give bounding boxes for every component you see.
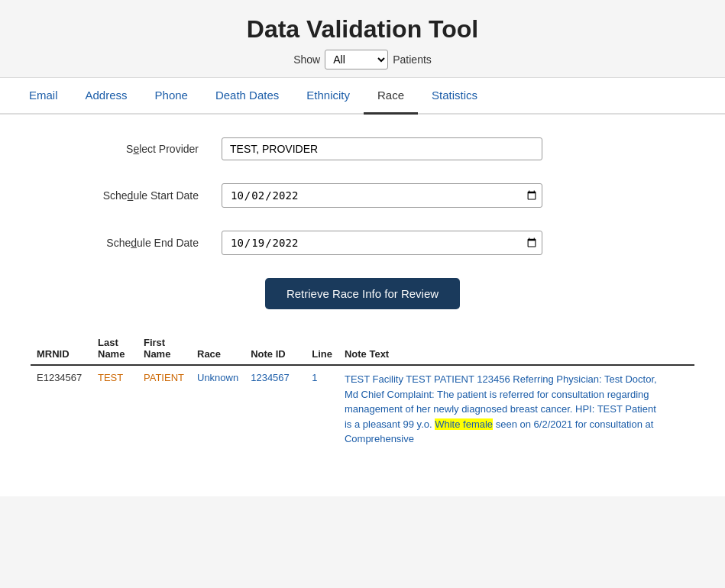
col-header-mrnid: MRNID <box>31 332 92 365</box>
note-id-link[interactable]: 1234567 <box>251 372 290 383</box>
end-date-label: Schedule End Date <box>31 237 222 249</box>
table-header-row: MRNID Last Name First Name Race Note ID … <box>31 332 694 365</box>
cell-mrnid: E1234567 <box>31 365 92 453</box>
table-row: E1234567 TEST PATIENT Unknown 1234567 1 <box>31 365 694 453</box>
tab-email[interactable]: Email <box>15 78 72 115</box>
col-header-note-text: Note Text <box>338 332 694 365</box>
retrieve-race-button[interactable]: Retrieve Race Info for Review <box>265 278 460 309</box>
header: Data Validation Tool Show All Active Ina… <box>0 0 725 78</box>
cell-note-id: 1234567 <box>244 365 306 453</box>
col-header-last-name: Last Name <box>92 332 138 365</box>
start-date-input[interactable] <box>222 183 542 208</box>
show-label: Show <box>293 53 320 66</box>
tab-death-dates[interactable]: Death Dates <box>202 78 293 115</box>
patient-filter-select[interactable]: All Active Inactive <box>325 50 388 69</box>
tabs-bar: Email Address Phone Death Dates Ethnicit… <box>0 78 725 115</box>
patients-label: Patients <box>393 53 432 66</box>
provider-label: Select Provider <box>31 143 222 155</box>
end-date-input-wrapper <box>222 231 542 255</box>
form-section: Select Provider Schedule Start Date Sche… <box>31 137 694 453</box>
page-title: Data Validation Tool <box>0 15 725 44</box>
tab-statistics[interactable]: Statistics <box>418 78 491 115</box>
start-date-input-wrapper <box>222 183 542 208</box>
tab-address[interactable]: Address <box>72 78 141 115</box>
last-name-link[interactable]: TEST <box>98 372 123 383</box>
results-table: MRNID Last Name First Name Race Note ID … <box>31 332 694 453</box>
note-text-content: TEST Facility TEST PATIENT 123456 Referr… <box>345 372 665 447</box>
provider-row: Select Provider <box>31 137 694 160</box>
end-date-row: Schedule End Date <box>31 231 694 255</box>
cell-race: Unknown <box>191 365 244 453</box>
cell-first-name: PATIENT <box>138 365 191 453</box>
note-text-highlight: White female <box>435 418 493 430</box>
cell-line: 1 <box>306 365 338 453</box>
col-header-race: Race <box>191 332 244 365</box>
line-link[interactable]: 1 <box>312 372 317 383</box>
provider-input[interactable] <box>222 137 542 160</box>
button-row: Retrieve Race Info for Review <box>31 278 694 309</box>
first-name-link[interactable]: PATIENT <box>144 372 184 383</box>
race-value: Unknown <box>197 372 238 383</box>
start-date-label: Schedule Start Date <box>31 189 222 202</box>
col-header-note-id: Note ID <box>244 332 306 365</box>
col-header-line: Line <box>306 332 338 365</box>
tab-ethnicity[interactable]: Ethnicity <box>293 78 364 115</box>
cell-last-name: TEST <box>92 365 138 453</box>
cell-note-text: TEST Facility TEST PATIENT 123456 Referr… <box>338 365 694 453</box>
col-header-first-name: First Name <box>138 332 191 365</box>
tab-race[interactable]: Race <box>364 78 418 115</box>
end-date-input[interactable] <box>222 231 542 255</box>
tab-phone[interactable]: Phone <box>141 78 202 115</box>
main-content: Select Provider Schedule Start Date Sche… <box>0 115 725 496</box>
provider-input-wrapper <box>222 137 542 160</box>
start-date-row: Schedule Start Date <box>31 183 694 208</box>
